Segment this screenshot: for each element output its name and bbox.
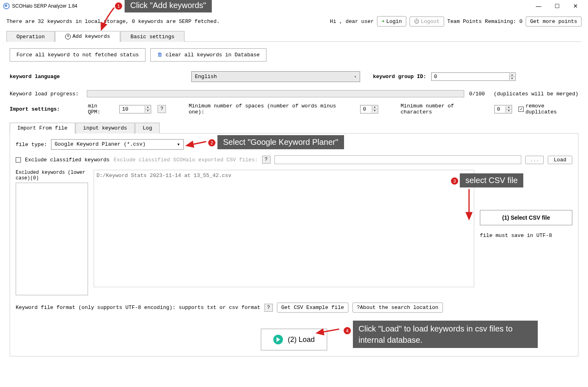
import-subtabs: Import From file input keywords Log bbox=[10, 122, 578, 134]
window-title: SCOHalo SERP Analyzer 1.84 bbox=[12, 3, 529, 9]
min-spaces-input[interactable]: 0 ▲▼ bbox=[360, 105, 378, 113]
tab-operation[interactable]: Operation bbox=[6, 31, 55, 42]
annotation-arrow-3 bbox=[463, 187, 475, 223]
utf8-note: file must save in UTF-8 bbox=[480, 233, 572, 239]
exclude-classified-label: Exclude classified keywords bbox=[25, 157, 110, 163]
about-search-location-button[interactable]: ?About the search location bbox=[352, 303, 443, 313]
min-qpm-help-button[interactable]: ? bbox=[158, 105, 166, 113]
file-type-select[interactable]: Google Keyword Planer (*.csv) ▾ bbox=[51, 139, 184, 150]
get-more-points-button[interactable]: Get more points bbox=[526, 16, 582, 27]
excluded-keywords-list[interactable] bbox=[16, 183, 88, 295]
get-csv-example-button[interactable]: Get CSV Example file bbox=[277, 303, 348, 313]
chevron-down-icon: ▾ bbox=[354, 74, 356, 79]
exclude-classified-checkbox[interactable] bbox=[16, 157, 21, 163]
min-qpm-label: min QPM: bbox=[88, 103, 113, 115]
annotation-badge-1: 1 bbox=[115, 2, 122, 10]
exclude-help-button[interactable]: ? bbox=[262, 156, 270, 164]
status-bar: There are 32 keywords in local storage, … bbox=[0, 12, 588, 31]
load-exclude-button[interactable]: Load bbox=[548, 156, 572, 164]
annotation-badge-3: 3 bbox=[451, 177, 458, 185]
storage-status-text: There are 32 keywords in local storage, … bbox=[6, 19, 330, 25]
min-chars-input[interactable]: 0 ▲▼ bbox=[494, 105, 512, 113]
annotation-arrow-4 bbox=[314, 327, 342, 336]
file-format-text: Keyword file format (only supports UTF-8… bbox=[16, 305, 260, 311]
force-not-fetched-button[interactable]: Force all keyword to not fetched status bbox=[10, 48, 145, 62]
login-button[interactable]: ➜ Login bbox=[377, 16, 406, 27]
min-qpm-input[interactable]: 10 ▲▼ bbox=[119, 105, 152, 113]
power-icon: ⏻ bbox=[414, 19, 419, 25]
exclude-csv-path-input[interactable] bbox=[275, 155, 522, 164]
min-spaces-label: Minimum number of spaces (number of word… bbox=[188, 103, 353, 115]
main-content: Force all keyword to not fetched status … bbox=[0, 42, 588, 363]
browse-exclude-button[interactable]: ... bbox=[525, 156, 543, 164]
spinner-icon[interactable]: ▲▼ bbox=[506, 106, 511, 113]
spinner-icon[interactable]: ▲▼ bbox=[145, 106, 150, 113]
annotation-arrow-1 bbox=[98, 6, 118, 34]
selected-files-list: D:/Keyword Stats 2023-11-14 at 13_55_42.… bbox=[94, 170, 474, 287]
load-progress-label: Keyword load progress: bbox=[10, 91, 82, 97]
main-tabs: Operation + Add keywords Basic settings bbox=[6, 31, 582, 42]
plus-circle-icon: + bbox=[65, 34, 71, 39]
annotation-badge-2: 2 bbox=[208, 139, 215, 146]
load-progress-value: 0/100 bbox=[469, 91, 485, 97]
play-icon bbox=[273, 335, 283, 344]
subtab-input-keywords[interactable]: input keywords bbox=[76, 123, 135, 134]
subtab-log[interactable]: Log bbox=[135, 123, 160, 134]
keyword-group-id-input[interactable]: 0 ▲▼ bbox=[431, 72, 516, 81]
spinner-icon[interactable]: ▲▼ bbox=[372, 106, 377, 113]
greeting-text: Hi , dear user bbox=[330, 19, 374, 25]
annotation-badge-4: 4 bbox=[344, 327, 351, 334]
annotation-callout-4: Click "Load" to load keywords in csv fil… bbox=[353, 321, 538, 348]
remove-duplicates-checkbox[interactable]: ✓ bbox=[518, 107, 524, 112]
minimize-button[interactable]: — bbox=[529, 0, 548, 12]
exclude-csv-label: Exclude classified SCOHalo exported CSV … bbox=[114, 157, 258, 163]
clear-all-keywords-button[interactable]: 🗑 clear all keywords in Database bbox=[150, 48, 266, 62]
login-icon: ➜ bbox=[381, 18, 385, 25]
logout-button[interactable]: ⏻ Logout bbox=[410, 16, 444, 27]
remove-duplicates-label: remove duplicates bbox=[525, 103, 578, 115]
title-bar: SCOHalo SERP Analyzer 1.84 — ☐ ✕ bbox=[0, 0, 588, 12]
annotation-callout-2: Select "Google Keyword Planer" bbox=[217, 135, 344, 149]
load-progress-bar bbox=[87, 90, 464, 97]
spinner-icon[interactable]: ▲▼ bbox=[509, 73, 515, 80]
keyword-language-label: keyword language bbox=[10, 74, 186, 80]
close-button[interactable]: ✕ bbox=[566, 0, 585, 12]
select-csv-file-button[interactable]: (1) Select CSV file bbox=[480, 210, 572, 225]
min-chars-label: Minimum number of characters bbox=[401, 103, 488, 115]
maximize-button[interactable]: ☐ bbox=[548, 0, 566, 12]
duplicates-note: (duplicates will be merged) bbox=[494, 91, 578, 97]
app-logo-icon bbox=[3, 3, 10, 9]
points-remaining-text: Team Points Remaining: 0 bbox=[447, 19, 522, 25]
chevron-down-icon: ▾ bbox=[177, 141, 180, 148]
import-settings-label: Import settings: bbox=[10, 106, 82, 112]
tab-basic-settings[interactable]: Basic settings bbox=[121, 31, 184, 42]
annotation-arrow-2 bbox=[184, 139, 208, 148]
file-type-label: file type: bbox=[16, 142, 47, 148]
trash-icon: 🗑 bbox=[157, 52, 162, 58]
subtab-import-from-file[interactable]: Import From file bbox=[10, 123, 75, 134]
excluded-keywords-label: Excluded keywords (lower case)(0) bbox=[16, 170, 88, 181]
keyword-group-id-label: keyword group ID: bbox=[373, 74, 426, 80]
annotation-callout-3: select CSV file bbox=[460, 173, 523, 187]
keyword-language-select[interactable]: English ▾ bbox=[191, 71, 360, 82]
annotation-callout-1: Click "Add keywords" bbox=[125, 0, 212, 12]
format-help-button[interactable]: ? bbox=[264, 304, 273, 312]
